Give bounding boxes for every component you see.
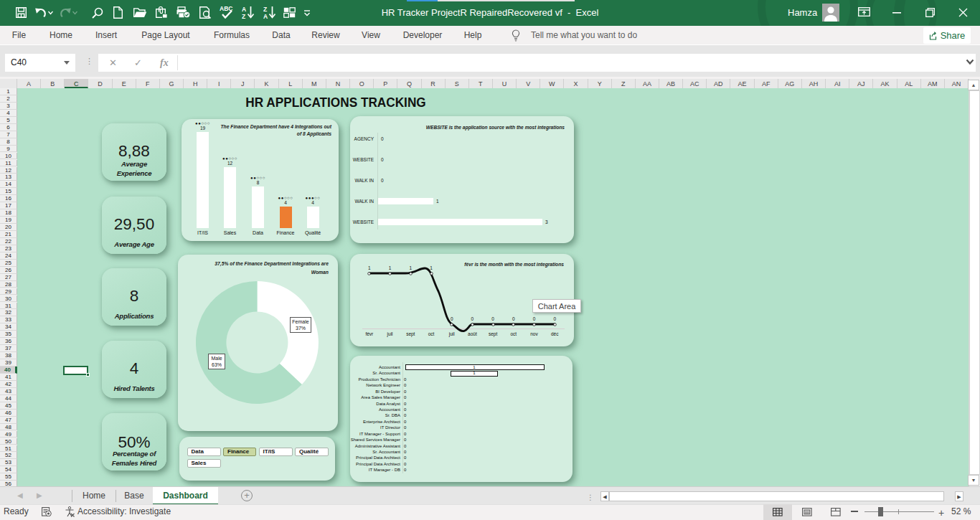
svg-text:Z: Z [263,6,267,13]
svg-text:Z: Z [242,13,245,19]
svg-text:A: A [242,6,246,13]
svg-text:A: A [263,13,268,19]
